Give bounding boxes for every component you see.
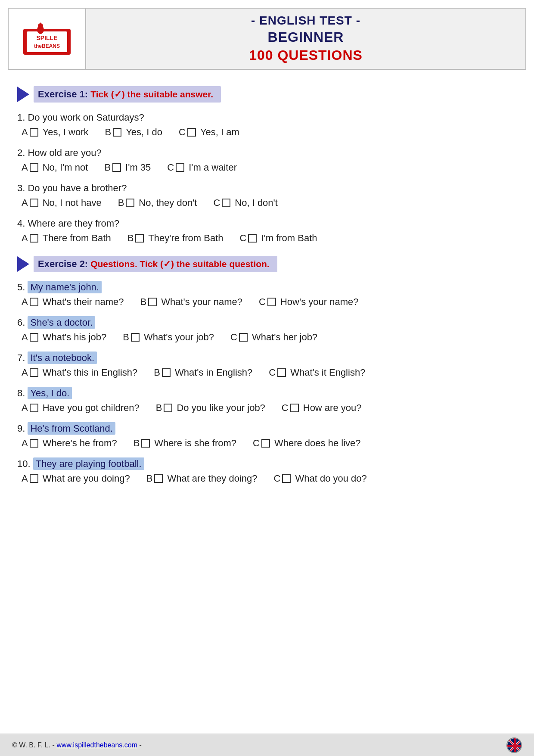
question-2-answers: A No, I'm not B I'm 35 C I'm a waiter — [22, 162, 517, 173]
q6-checkbox-b[interactable] — [131, 333, 140, 342]
exercise2-instruction: Questions. Tick (✓) the suitable questio… — [90, 259, 270, 269]
q10-checkbox-b[interactable] — [154, 474, 163, 483]
q8-answer-c: C How are you? — [282, 402, 362, 414]
logo-area: SPILLE theBEANS — [9, 9, 86, 69]
main-content: Exercise 1: Tick (✓) the suitable answer… — [0, 70, 534, 502]
question-7-text: 7. It's a notebook. — [17, 352, 517, 364]
q7-checkbox-a[interactable] — [30, 368, 38, 377]
logo-svg: SPILLE theBEANS — [19, 20, 75, 57]
question-9-answers: A Where's he from? B Where is she from? … — [22, 438, 517, 449]
footer-copyright: © W. B. F. L. - www.ispilledthebeans.com… — [12, 741, 142, 749]
q9-checkbox-a[interactable] — [30, 439, 38, 448]
q7-highlight: It's a notebook. — [28, 352, 97, 364]
q1-checkbox-b[interactable] — [113, 128, 121, 137]
triangle-icon-1 — [17, 87, 29, 102]
title-line2: BEGINNER — [268, 28, 344, 47]
q2-answer-a: A No, I'm not — [22, 162, 88, 173]
question-7: 7. It's a notebook. A What's this in Eng… — [17, 352, 517, 378]
q10-answer-a: A What are you doing? — [22, 473, 130, 484]
question-1-answers: A Yes, I work B Yes, I do C Yes, I am — [22, 127, 517, 138]
page-footer: © W. B. F. L. - www.ispilledthebeans.com… — [0, 734, 534, 756]
q4-answer-a: A There from Bath — [22, 233, 111, 244]
q2-answer-c: C I'm a waiter — [167, 162, 237, 173]
q8-highlight: Yes, I do. — [28, 387, 72, 399]
q8-checkbox-b[interactable] — [164, 404, 172, 412]
question-8-text: 8. Yes, I do. — [17, 388, 517, 399]
q6-checkbox-a[interactable] — [30, 333, 38, 342]
q6-answer-b: B What's your job? — [123, 332, 214, 343]
q4-checkbox-b[interactable] — [135, 234, 144, 243]
svg-text:SPILLE: SPILLE — [36, 34, 57, 41]
q7-checkbox-b[interactable] — [162, 368, 171, 377]
q8-answer-b: B Do you like your job? — [156, 402, 265, 414]
q1-answer-b: B Yes, I do — [105, 127, 162, 138]
q5-answer-b: B What's your name? — [140, 296, 243, 308]
page-header: SPILLE theBEANS - ENGLISH TEST - BEGINNE… — [8, 8, 526, 70]
exercise1-questions: 1. Do you work on Saturdays? A Yes, I wo… — [17, 112, 517, 244]
q9-highlight: He's from Scotland. — [28, 422, 115, 435]
exercise2-label-box: Exercise 2: Questions. Tick (✓) the suit… — [34, 256, 277, 272]
triangle-icon-2 — [17, 256, 29, 272]
q8-checkbox-a[interactable] — [30, 404, 38, 412]
q8-checkbox-c[interactable] — [290, 404, 299, 412]
question-4-answers: A There from Bath B They're from Bath C … — [22, 233, 517, 244]
q3-answer-c: C No, I don't — [213, 197, 277, 208]
question-5: 5. My name's john. A What's their name? … — [17, 282, 517, 308]
q3-answer-a: A No, I not have — [22, 197, 102, 208]
q9-answer-b: B Where is she from? — [134, 438, 236, 449]
exercise1-label: Exercise 1: — [38, 89, 88, 100]
exercise1-instruction: Tick (✓) the suitable answer. — [90, 89, 213, 100]
q2-checkbox-a[interactable] — [30, 163, 38, 172]
exercise1-label-box: Exercise 1: Tick (✓) the suitable answer… — [34, 86, 221, 103]
q7-answer-b: B What's in English? — [154, 367, 252, 378]
footer-website-link[interactable]: www.ispilledthebeans.com — [56, 741, 137, 749]
q4-checkbox-a[interactable] — [30, 234, 38, 243]
q3-checkbox-b[interactable] — [126, 199, 134, 207]
q7-answer-a: A What's this in English? — [22, 367, 137, 378]
q7-answer-c: C What's it English? — [269, 367, 365, 378]
q10-checkbox-c[interactable] — [282, 474, 291, 483]
q9-answer-c: C Where does he live? — [253, 438, 360, 449]
question-3: 3. Do you have a brother? A No, I not ha… — [17, 183, 517, 208]
question-10-answers: A What are you doing? B What are they do… — [22, 473, 517, 484]
q2-checkbox-c[interactable] — [176, 163, 184, 172]
q9-answer-a: A Where's he from? — [22, 438, 117, 449]
header-title-area: - ENGLISH TEST - BEGINNER 100 QUESTIONS — [86, 9, 525, 69]
q7-checkbox-c[interactable] — [277, 368, 286, 377]
q8-answer-a: A Have you got children? — [22, 402, 140, 414]
q5-checkbox-c[interactable] — [267, 298, 276, 306]
q10-answer-c: C What do you do? — [274, 473, 367, 484]
question-6: 6. She's a doctor. A What's his job? B W… — [17, 317, 517, 343]
q10-highlight: They are playing football. — [33, 457, 144, 470]
q5-checkbox-a[interactable] — [30, 298, 38, 306]
title-line1: - ENGLISH TEST - — [251, 13, 360, 28]
q6-highlight: She's a doctor. — [28, 316, 95, 329]
exercise2-header: Exercise 2: Questions. Tick (✓) the suit… — [17, 256, 517, 272]
q4-checkbox-c[interactable] — [248, 234, 257, 243]
question-3-answers: A No, I not have B No, they don't C No, … — [22, 197, 517, 208]
question-3-text: 3. Do you have a brother? — [17, 183, 517, 194]
q9-checkbox-c[interactable] — [261, 439, 270, 448]
uk-flag-icon — [506, 737, 522, 753]
question-1-text: 1. Do you work on Saturdays? — [17, 112, 517, 123]
q1-checkbox-c[interactable] — [187, 128, 196, 137]
q9-checkbox-b[interactable] — [141, 439, 150, 448]
question-5-answers: A What's their name? B What's your name?… — [22, 296, 517, 308]
exercise2-label: Exercise 2: — [38, 258, 88, 270]
question-8: 8. Yes, I do. A Have you got children? B… — [17, 388, 517, 414]
question-4: 4. Where are they from? A There from Bat… — [17, 218, 517, 244]
question-9-text: 9. He's from Scotland. — [17, 423, 517, 434]
footer-suffix: - — [139, 741, 141, 749]
q2-checkbox-b[interactable] — [112, 163, 121, 172]
footer-copyright-text: © W. B. F. L. - — [12, 741, 55, 749]
q3-answer-b: B No, they don't — [118, 197, 197, 208]
q3-checkbox-c[interactable] — [222, 199, 230, 207]
q1-checkbox-a[interactable] — [30, 128, 38, 137]
exercise2-questions: 5. My name's john. A What's their name? … — [17, 282, 517, 484]
q10-checkbox-a[interactable] — [30, 474, 38, 483]
svg-text:theBEANS: theBEANS — [34, 43, 60, 49]
question-6-text: 6. She's a doctor. — [17, 317, 517, 328]
q3-checkbox-a[interactable] — [30, 199, 38, 207]
q6-checkbox-c[interactable] — [239, 333, 248, 342]
q5-checkbox-b[interactable] — [148, 298, 157, 306]
